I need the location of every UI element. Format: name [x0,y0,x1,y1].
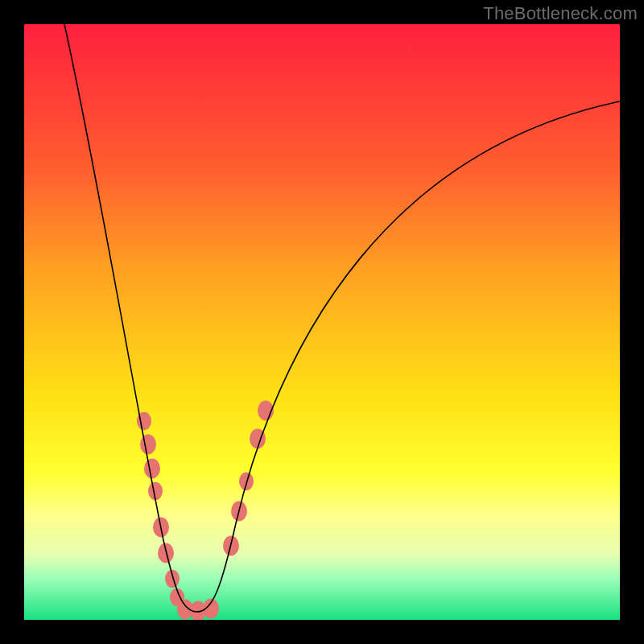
curve-marker [140,435,156,455]
plot-area [24,24,620,620]
curve-marker [158,543,174,564]
curve-marker [165,570,180,588]
watermark-text: TheBottleneck.com [483,3,638,24]
chart-svg [24,24,620,620]
curve-marker [144,459,160,479]
bottleneck-curve [64,24,620,612]
